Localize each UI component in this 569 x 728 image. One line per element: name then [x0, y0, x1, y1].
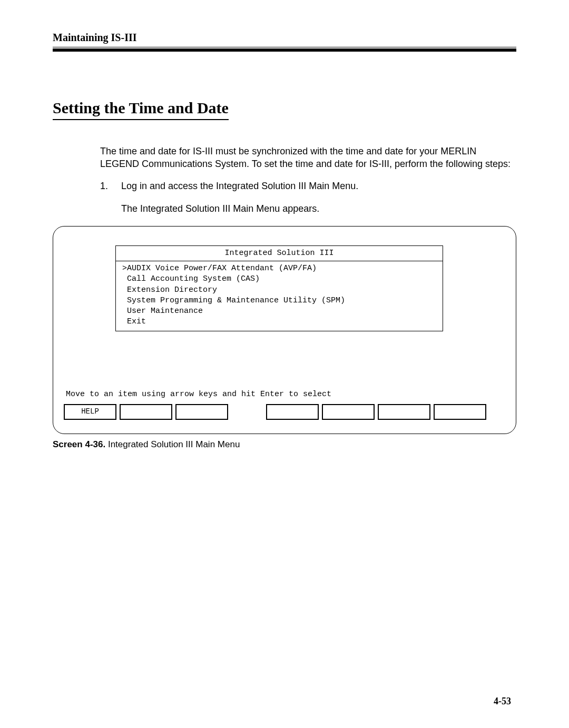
- header-rule-thin: [53, 47, 516, 47]
- figure-label: Screen 4-36.: [53, 439, 105, 449]
- menu-title: Integrated Solution III: [116, 246, 443, 261]
- intro-paragraph: The time and date for IS-III must be syn…: [100, 145, 511, 171]
- menu-box: Integrated Solution III >AUDIX Voice Pow…: [115, 245, 443, 331]
- step-result: The Integrated Solution III Main Menu ap…: [121, 203, 516, 214]
- menu-item[interactable]: >AUDIX Voice Power/FAX Attendant (AVP/FA…: [122, 263, 436, 274]
- step-1: 1. Log in and access the Integrated Solu…: [100, 180, 516, 192]
- menu-item[interactable]: User Maintenance: [122, 306, 436, 317]
- hint-line: Move to an item using arrow keys and hit…: [66, 389, 506, 400]
- menu-item[interactable]: System Programming & Maintenance Utility…: [122, 296, 436, 306]
- fkey-5[interactable]: [322, 404, 375, 420]
- fkey-help[interactable]: HELP: [64, 404, 116, 420]
- fkey-2[interactable]: [120, 404, 172, 420]
- figure-caption-text: Integrated Solution III Main Menu: [108, 439, 240, 449]
- fkey-4[interactable]: [266, 404, 319, 420]
- figure-caption: Screen 4-36. Integrated Solution III Mai…: [53, 439, 516, 450]
- step-number: 1.: [100, 180, 121, 192]
- section-title: Setting the Time and Date: [53, 99, 229, 120]
- fkey-3[interactable]: [175, 404, 228, 420]
- running-header: Maintaining IS-III: [53, 32, 516, 44]
- menu-item[interactable]: Call Accounting System (CAS): [122, 274, 436, 284]
- fkey-6[interactable]: [378, 404, 430, 420]
- fkey-7[interactable]: [434, 404, 486, 420]
- page-number: 4-53: [494, 696, 511, 707]
- step-text: Log in and access the Integrated Solutio…: [121, 180, 516, 192]
- menu-items: >AUDIX Voice Power/FAX Attendant (AVP/FA…: [116, 261, 443, 331]
- menu-item[interactable]: Exit: [122, 317, 436, 327]
- header-rule-thick: [53, 48, 516, 52]
- terminal-screen: Integrated Solution III >AUDIX Voice Pow…: [53, 226, 516, 434]
- menu-item[interactable]: Extension Directory: [122, 285, 436, 296]
- fkey-gap: [231, 404, 263, 420]
- function-key-row: HELP: [64, 404, 506, 420]
